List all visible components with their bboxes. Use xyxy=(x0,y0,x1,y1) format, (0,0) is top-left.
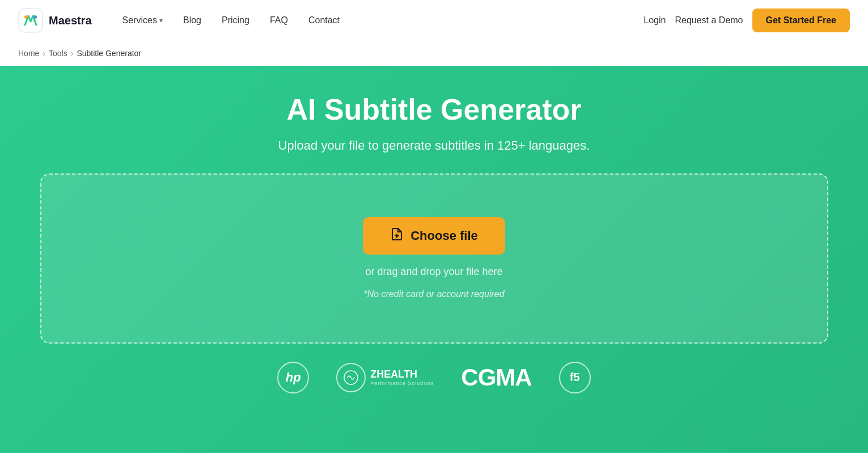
breadcrumb-sep-2: › xyxy=(71,49,74,58)
get-started-button[interactable]: Get Started Free xyxy=(752,9,850,32)
breadcrumb-current: Subtitle Generator xyxy=(77,49,141,58)
nav-links: Services ▾ Blog Pricing FAQ Contact xyxy=(115,11,644,30)
cgma-logo: CGMA xyxy=(461,364,531,391)
zhealth-logo: ZHEALTH Performance Solutions xyxy=(336,363,434,392)
zhealth-sub: Performance Solutions xyxy=(370,380,434,386)
no-credit-text: *No credit card or account required xyxy=(363,289,504,299)
zhealth-text-block: ZHEALTH Performance Solutions xyxy=(370,369,434,386)
logo-icon xyxy=(18,8,43,33)
zhealth-circle-icon xyxy=(336,363,366,392)
nav-contact[interactable]: Contact xyxy=(300,11,348,30)
nav-services[interactable]: Services ▾ xyxy=(115,11,171,30)
logo-text: Maestra xyxy=(49,14,92,27)
nav-faq[interactable]: FAQ xyxy=(262,11,296,30)
nav-blog[interactable]: Blog xyxy=(175,11,209,30)
svg-point-1 xyxy=(24,15,28,19)
nav-right: Login Request a Demo Get Started Free xyxy=(643,9,850,32)
main-content: AI Subtitle Generator Upload your file t… xyxy=(0,66,868,452)
logo[interactable]: Maestra xyxy=(18,8,92,33)
logos-row: hp ZHEALTH Performance Solutions CGMA f5 xyxy=(277,362,590,393)
nav-pricing[interactable]: Pricing xyxy=(214,11,257,30)
file-icon xyxy=(390,227,404,244)
page-title: AI Subtitle Generator xyxy=(286,93,581,127)
breadcrumb-sep-1: › xyxy=(43,49,45,58)
breadcrumb-home[interactable]: Home xyxy=(18,49,39,58)
svg-point-2 xyxy=(33,15,37,19)
request-demo-link[interactable]: Request a Demo xyxy=(675,15,743,26)
breadcrumb-tools[interactable]: Tools xyxy=(49,49,67,58)
hp-logo: hp xyxy=(277,362,309,393)
upload-area[interactable]: Choose file or drag and drop your file h… xyxy=(40,173,828,344)
choose-file-label: Choose file xyxy=(410,228,478,243)
login-link[interactable]: Login xyxy=(643,15,666,26)
page-subtitle: Upload your file to generate subtitles i… xyxy=(278,138,590,153)
zhealth-name: ZHEALTH xyxy=(370,369,434,380)
chevron-down-icon: ▾ xyxy=(159,16,163,24)
breadcrumb: Home › Tools › Subtitle Generator xyxy=(0,41,868,66)
choose-file-button[interactable]: Choose file xyxy=(363,217,505,255)
f5-logo: f5 xyxy=(559,362,591,393)
drag-drop-text: or drag and drop your file here xyxy=(365,266,502,278)
navbar: Maestra Services ▾ Blog Pricing FAQ Cont… xyxy=(0,0,868,41)
